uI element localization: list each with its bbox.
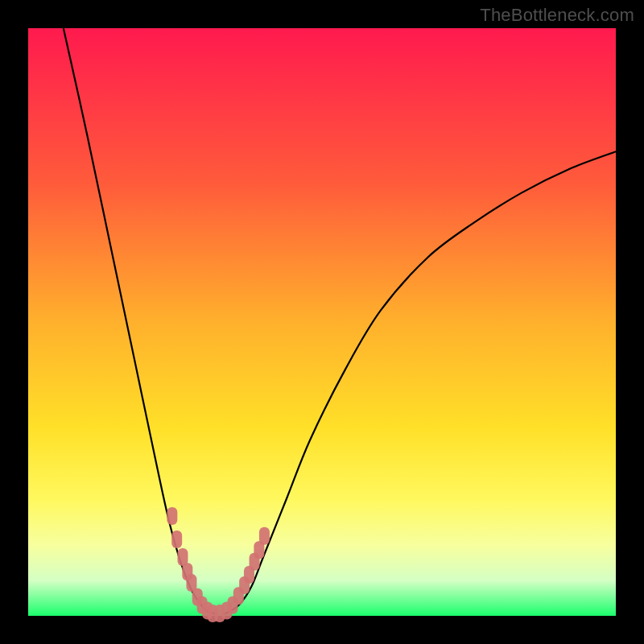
plot-area xyxy=(28,28,616,616)
overlay-marker xyxy=(167,507,177,525)
overlay-marker xyxy=(259,527,270,545)
right-curve xyxy=(222,151,616,614)
curve-layer xyxy=(28,28,616,616)
watermark-text: TheBottleneck.com xyxy=(480,5,634,26)
chart-frame: TheBottleneck.com xyxy=(0,0,644,644)
overlay-marker xyxy=(171,530,182,548)
left-curve xyxy=(64,28,217,614)
marker-group xyxy=(167,507,270,622)
